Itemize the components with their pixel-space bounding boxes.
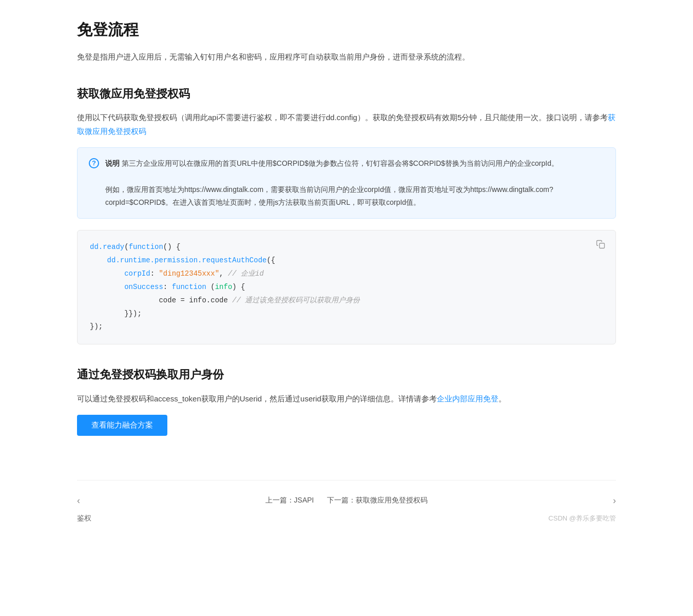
section2-link[interactable]: 企业内部应用免登: [437, 394, 498, 403]
bottom-row: 鉴权 CSDN @养乐多要吃管: [77, 512, 616, 525]
page-description: 免登是指用户进入应用后，无需输入钉钉用户名和密码，应用程序可自动获取当前用户身份…: [77, 50, 616, 64]
info-icon: ?: [89, 158, 99, 168]
prev-arrow[interactable]: ‹: [77, 493, 80, 509]
nav-center: 上一篇：JSAPI 下一篇：获取微应用免登授权码: [265, 494, 428, 507]
code-block: dd.ready(function() { dd.runtime.permiss…: [90, 241, 603, 334]
section1-title: 获取微应用免登授权码: [77, 84, 616, 103]
next-arrow[interactable]: ›: [613, 493, 616, 509]
brand-label: CSDN @养乐多要吃管: [548, 513, 616, 524]
section2-description: 可以通过免登授权码和access_token获取用户的Userid，然后通过us…: [77, 392, 616, 406]
nav-footer: ‹ 上一篇：JSAPI 下一篇：获取微应用免登授权码 ›: [77, 480, 616, 509]
page-title: 免登流程: [77, 16, 616, 43]
next-label: 下一篇：获取微应用免登授权码: [327, 494, 428, 507]
code-block-wrapper: dd.ready(function() { dd.runtime.permiss…: [77, 230, 616, 344]
info-label: 说明: [105, 159, 120, 167]
section2: 通过免登授权码换取用户身份 可以通过免登授权码和access_token获取用户…: [77, 365, 616, 461]
section1-description: 使用以下代码获取免登授权码（调用此api不需要进行鉴权，即不需要进行dd.con…: [77, 110, 616, 138]
action-button[interactable]: 查看能力融合方案: [77, 415, 167, 436]
info-box: ? 说明第三方企业应用可以在微应用的首页URL中使用$CORPID$做为参数占位…: [77, 147, 616, 219]
info-content: 说明第三方企业应用可以在微应用的首页URL中使用$CORPID$做为参数占位符，…: [105, 157, 604, 209]
prev-label: 上一篇：JSAPI: [265, 494, 314, 507]
section2-title: 通过免登授权码换取用户身份: [77, 365, 616, 384]
bottom-left-label: 鉴权: [77, 512, 91, 525]
copy-button[interactable]: [594, 238, 607, 251]
svg-rect-0: [600, 243, 605, 248]
